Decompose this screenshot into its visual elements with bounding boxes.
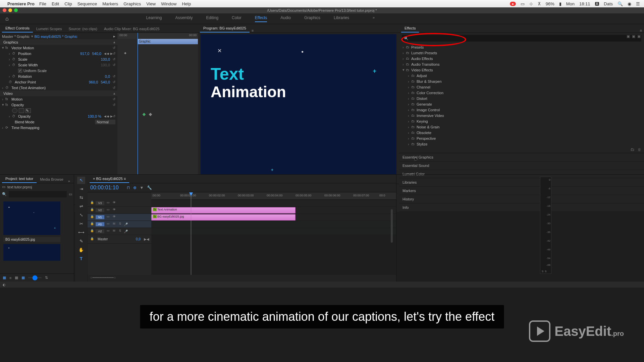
uniform-scale-checkbox[interactable] bbox=[18, 69, 22, 73]
track-v2[interactable]: V2 bbox=[96, 208, 104, 212]
ec-clip-bar[interactable]: Graphic bbox=[138, 39, 198, 44]
tab-sequence[interactable]: × BG easyEdit025 ≡ bbox=[90, 175, 129, 183]
freeform-icon[interactable]: ▦ bbox=[3, 276, 6, 280]
tree-generate[interactable]: ›🗀Generate bbox=[399, 101, 644, 107]
stopwatch-icon[interactable]: ⏱ bbox=[12, 57, 17, 61]
settings-icon[interactable]: 🔧 bbox=[147, 185, 152, 190]
workspace-assembly[interactable]: Assembly bbox=[175, 15, 193, 22]
track-target-icon[interactable]: ▭ bbox=[106, 229, 110, 234]
track-select-tool-icon[interactable]: ⇥ bbox=[77, 185, 85, 193]
selection-tool-icon[interactable]: ↖ bbox=[77, 177, 85, 184]
anchor-x[interactable]: 960,0 bbox=[89, 80, 98, 84]
menu-view[interactable]: View bbox=[146, 1, 156, 6]
scale-val[interactable]: 100,0 bbox=[101, 57, 110, 61]
tab-effects[interactable]: Effects bbox=[401, 24, 419, 33]
menu-help[interactable]: Help bbox=[182, 1, 191, 6]
tree-video-effects[interactable]: ▾🗀Video Effects bbox=[399, 67, 644, 73]
user-name[interactable]: Dats bbox=[604, 1, 613, 6]
lock-icon[interactable]: 🔒 bbox=[90, 229, 94, 234]
tree-lumetri-presets[interactable]: ›🗀Lumetri Presets bbox=[399, 50, 644, 56]
app-name[interactable]: Premiere Pro bbox=[7, 1, 35, 6]
fx-toggle-icon[interactable]: fx bbox=[5, 97, 10, 101]
time-remap-label[interactable]: Time Remapping bbox=[11, 126, 115, 130]
pen-tool-icon[interactable]: ✎ bbox=[77, 238, 85, 245]
tab-program[interactable]: Program: BG easyEdit025 bbox=[200, 24, 250, 33]
notification-icon[interactable]: ☰ bbox=[636, 1, 640, 6]
accelerated-fx-icon[interactable]: ▣ bbox=[627, 34, 630, 39]
stopwatch-icon[interactable]: ⏱ bbox=[5, 86, 10, 89]
stopwatch-icon[interactable]: ⏱ bbox=[12, 74, 17, 78]
delete-icon[interactable]: 🗑 bbox=[638, 147, 641, 152]
track-a2-row[interactable] bbox=[151, 228, 396, 235]
workspace-audio[interactable]: Audio bbox=[280, 15, 291, 22]
thumb-view-icon[interactable]: ▦ bbox=[21, 276, 25, 280]
tree-immersive[interactable]: ›🗀Immersive Video bbox=[399, 113, 644, 118]
reset-icon[interactable]: ↺ bbox=[113, 46, 115, 50]
marker-icon[interactable]: ▼ bbox=[140, 185, 144, 190]
rolling-edit-tool-icon[interactable]: ⇌ bbox=[77, 203, 85, 210]
tree-image-control[interactable]: ›🗀Image Control bbox=[399, 107, 644, 113]
track-target-icon[interactable]: ▭ bbox=[106, 222, 110, 227]
razor-tool-icon[interactable]: ✂ bbox=[77, 220, 85, 228]
tree-distort[interactable]: ›🗀Distort bbox=[399, 96, 644, 101]
tree-channel[interactable]: ›🗀Channel bbox=[399, 84, 644, 90]
text-layer-label[interactable]: Text (Text Animation) bbox=[11, 86, 113, 90]
keyframe-diamond[interactable] bbox=[143, 113, 146, 116]
display-icon[interactable]: ▭ bbox=[521, 1, 525, 6]
reset-icon[interactable]: ↺ bbox=[113, 103, 115, 107]
home-icon[interactable]: ⌂ bbox=[5, 16, 9, 22]
track-v3-row[interactable] bbox=[151, 200, 396, 207]
timeline-hzoom-slider[interactable]: ○━━━━━━━━━○ bbox=[90, 276, 116, 281]
maximize-window-button[interactable] bbox=[14, 8, 18, 12]
tree-audio-effects[interactable]: ›🗀Audio Effects bbox=[399, 56, 644, 61]
workspace-effects[interactable]: Effects bbox=[255, 15, 267, 22]
track-v2-row[interactable]: fxText Animation bbox=[151, 207, 396, 214]
tab-source[interactable]: Source: (no clips) bbox=[65, 25, 101, 33]
audio-meter[interactable]: 0 -6 -12 -18 -24 -30 -36 -42 -48 -54 -dB… bbox=[540, 177, 551, 274]
panel-menu-icon[interactable]: ≡ bbox=[640, 28, 642, 33]
track-a1-row[interactable] bbox=[151, 221, 396, 228]
panel-essential-graphics[interactable]: Essential Graphics bbox=[399, 153, 644, 162]
textinput-icon[interactable]: A bbox=[595, 2, 599, 6]
menu-markers[interactable]: Markers bbox=[102, 1, 118, 6]
tree-keying[interactable]: ›🗀Keying bbox=[399, 118, 644, 124]
snap-icon[interactable]: ⊓ bbox=[127, 185, 130, 190]
reset-icon[interactable]: ↺ bbox=[113, 114, 115, 118]
lock-icon[interactable]: 🔒 bbox=[90, 201, 94, 205]
new-bin-icon[interactable]: 🗀 bbox=[631, 147, 634, 152]
keyframe-nav[interactable]: ◀ ◆ ▶ bbox=[104, 52, 113, 55]
fx-toggle-icon[interactable]: fx bbox=[5, 46, 10, 50]
rate-stretch-tool-icon[interactable]: ⤡ bbox=[77, 212, 85, 219]
menu-window[interactable]: Window bbox=[161, 1, 176, 6]
timeline-playhead[interactable] bbox=[191, 192, 191, 275]
bluetooth-icon[interactable]: ⊹ bbox=[529, 1, 533, 6]
solo-right-icon[interactable]: S bbox=[545, 270, 546, 273]
timeline-toggle-icon[interactable]: ▸ bbox=[113, 34, 115, 39]
mask-ellipse-icon[interactable] bbox=[12, 108, 17, 113]
reset-icon[interactable]: ↺ bbox=[113, 97, 115, 101]
tab-lumetri-scopes[interactable]: Lumetri Scopes bbox=[33, 25, 65, 33]
menu-file[interactable]: File bbox=[39, 1, 46, 6]
motion-label[interactable]: Motion bbox=[11, 97, 113, 101]
tree-blur[interactable]: ›🗀Blur & Sharpen bbox=[399, 78, 644, 84]
workspace-learning[interactable]: Learning bbox=[146, 15, 162, 22]
workspace-editing[interactable]: Editing bbox=[206, 15, 218, 22]
tree-color-correction[interactable]: ›🗀Color Correction bbox=[399, 90, 644, 96]
battery-icon[interactable]: ▮ bbox=[559, 1, 561, 6]
panel-essential-sound[interactable]: Essential Sound bbox=[399, 162, 644, 170]
thumbnail-label[interactable]: BG easyEdit025.jpg bbox=[3, 237, 60, 242]
tab-audio-clip-mixer[interactable]: Audio Clip Mixer: BG easyEdit025 bbox=[101, 25, 163, 33]
position-x[interactable]: 917,0 bbox=[80, 52, 90, 56]
master-val[interactable]: 0,0 bbox=[136, 237, 141, 241]
effects-search-input[interactable] bbox=[402, 35, 641, 42]
project-search-input[interactable] bbox=[9, 191, 67, 197]
blend-mode-select[interactable]: Normal bbox=[95, 120, 115, 124]
mute-icon[interactable]: M bbox=[112, 229, 116, 234]
timeline-vscroll[interactable] bbox=[391, 209, 393, 243]
tree-adjust[interactable]: ›🗀Adjust bbox=[399, 73, 644, 78]
eye-icon[interactable]: 👁 bbox=[112, 215, 116, 220]
fx-toggle-icon[interactable]: fx bbox=[5, 103, 10, 107]
expand-icon[interactable]: ▶◀ bbox=[144, 237, 149, 241]
keyframe-nav[interactable]: ◀ ◆ ▶ bbox=[104, 115, 113, 118]
tree-presets[interactable]: ›🗀Presets bbox=[399, 44, 644, 50]
